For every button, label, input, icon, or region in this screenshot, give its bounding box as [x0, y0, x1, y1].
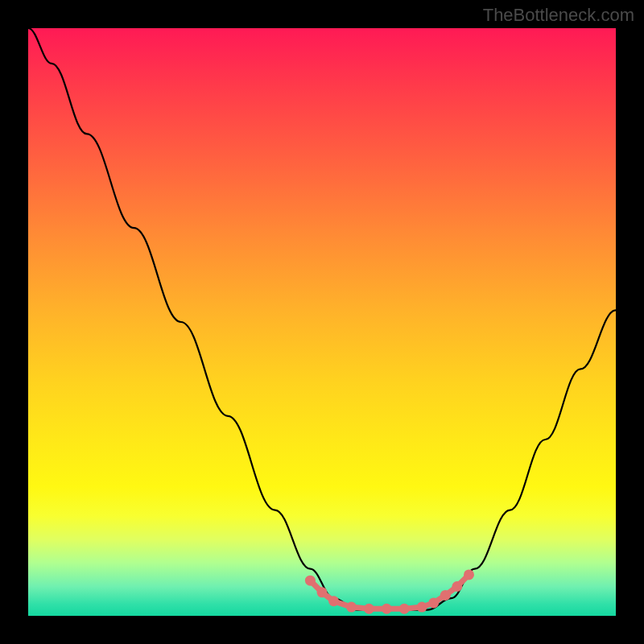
- chart-svg: [28, 28, 616, 616]
- watermark-text: TheBottleneck.com: [483, 5, 634, 26]
- chart-plot-area: [28, 28, 616, 616]
- main-curve: [28, 28, 616, 610]
